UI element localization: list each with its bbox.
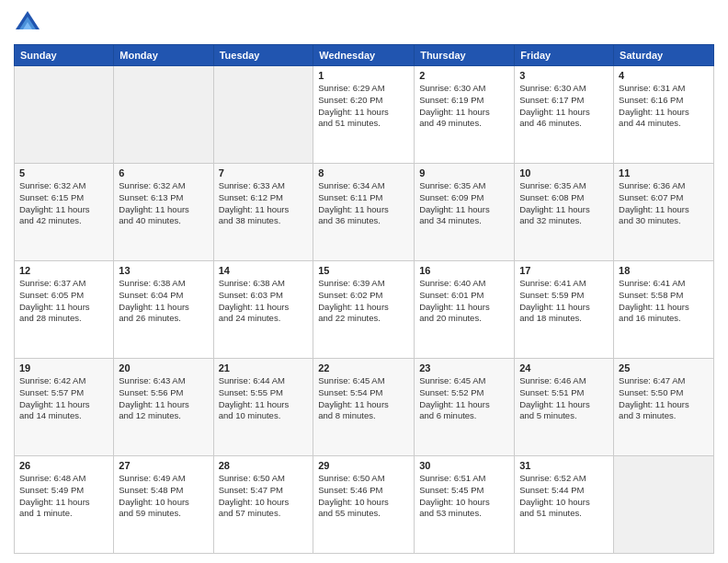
day-detail: Sunrise: 6:46 AM Sunset: 5:51 PM Dayligh… (519, 375, 609, 422)
day-detail: Sunrise: 6:34 AM Sunset: 6:11 PM Dayligh… (318, 180, 409, 227)
calendar-cell: 20Sunrise: 6:43 AM Sunset: 5:56 PM Dayli… (114, 359, 213, 456)
calendar-cell: 31Sunrise: 6:52 AM Sunset: 5:44 PM Dayli… (515, 456, 614, 554)
day-detail: Sunrise: 6:44 AM Sunset: 5:55 PM Dayligh… (219, 375, 309, 422)
calendar-cell: 21Sunrise: 6:44 AM Sunset: 5:55 PM Dayli… (213, 359, 313, 456)
day-number: 22 (318, 362, 409, 373)
day-number: 10 (519, 167, 609, 178)
day-detail: Sunrise: 6:50 AM Sunset: 5:46 PM Dayligh… (318, 473, 409, 520)
day-number: 24 (519, 362, 609, 373)
day-detail: Sunrise: 6:43 AM Sunset: 5:56 PM Dayligh… (119, 375, 208, 422)
week-row-0: 1Sunrise: 6:29 AM Sunset: 6:20 PM Daylig… (15, 66, 714, 164)
day-number: 29 (318, 460, 409, 471)
calendar-cell (114, 66, 213, 164)
calendar-cell: 24Sunrise: 6:46 AM Sunset: 5:51 PM Dayli… (515, 359, 614, 456)
day-number: 31 (519, 460, 609, 471)
day-detail: Sunrise: 6:42 AM Sunset: 5:57 PM Dayligh… (19, 375, 108, 422)
day-number: 28 (219, 460, 309, 471)
calendar-cell (614, 456, 714, 554)
day-detail: Sunrise: 6:33 AM Sunset: 6:12 PM Dayligh… (219, 180, 309, 227)
day-detail: Sunrise: 6:29 AM Sunset: 6:20 PM Dayligh… (318, 83, 409, 130)
day-detail: Sunrise: 6:38 AM Sunset: 6:03 PM Dayligh… (219, 278, 309, 325)
day-number: 16 (419, 265, 509, 276)
calendar-cell: 1Sunrise: 6:29 AM Sunset: 6:20 PM Daylig… (313, 66, 415, 164)
day-detail: Sunrise: 6:45 AM Sunset: 5:54 PM Dayligh… (318, 375, 409, 422)
day-number: 8 (318, 167, 409, 178)
day-detail: Sunrise: 6:32 AM Sunset: 6:13 PM Dayligh… (119, 180, 208, 227)
day-detail: Sunrise: 6:41 AM Sunset: 5:58 PM Dayligh… (619, 278, 709, 325)
calendar-cell: 8Sunrise: 6:34 AM Sunset: 6:11 PM Daylig… (313, 164, 415, 261)
day-number: 27 (119, 460, 208, 471)
day-detail: Sunrise: 6:47 AM Sunset: 5:50 PM Dayligh… (619, 375, 709, 422)
day-detail: Sunrise: 6:35 AM Sunset: 6:09 PM Dayligh… (419, 180, 509, 227)
calendar-cell: 6Sunrise: 6:32 AM Sunset: 6:13 PM Daylig… (114, 164, 213, 261)
calendar-cell: 5Sunrise: 6:32 AM Sunset: 6:15 PM Daylig… (15, 164, 114, 261)
calendar-cell: 29Sunrise: 6:50 AM Sunset: 5:46 PM Dayli… (313, 456, 415, 554)
day-detail: Sunrise: 6:40 AM Sunset: 6:01 PM Dayligh… (419, 278, 509, 325)
header (14, 9, 714, 37)
day-number: 6 (119, 167, 208, 178)
day-number: 5 (19, 167, 108, 178)
calendar-cell: 23Sunrise: 6:45 AM Sunset: 5:52 PM Dayli… (415, 359, 515, 456)
day-detail: Sunrise: 6:35 AM Sunset: 6:08 PM Dayligh… (519, 180, 609, 227)
calendar-cell: 4Sunrise: 6:31 AM Sunset: 6:16 PM Daylig… (614, 66, 714, 164)
day-header-monday: Monday (114, 45, 213, 66)
day-header-thursday: Thursday (415, 45, 515, 66)
day-detail: Sunrise: 6:37 AM Sunset: 6:05 PM Dayligh… (19, 278, 108, 325)
calendar-cell: 11Sunrise: 6:36 AM Sunset: 6:07 PM Dayli… (614, 164, 714, 261)
day-number: 14 (219, 265, 309, 276)
day-number: 17 (519, 265, 609, 276)
logo (14, 9, 45, 37)
day-number: 18 (619, 265, 709, 276)
calendar-cell: 9Sunrise: 6:35 AM Sunset: 6:09 PM Daylig… (415, 164, 515, 261)
calendar-cell: 17Sunrise: 6:41 AM Sunset: 5:59 PM Dayli… (515, 261, 614, 359)
day-detail: Sunrise: 6:36 AM Sunset: 6:07 PM Dayligh… (619, 180, 709, 227)
calendar-body: 1Sunrise: 6:29 AM Sunset: 6:20 PM Daylig… (15, 66, 714, 554)
calendar-cell: 26Sunrise: 6:48 AM Sunset: 5:49 PM Dayli… (15, 456, 114, 554)
week-row-3: 19Sunrise: 6:42 AM Sunset: 5:57 PM Dayli… (15, 359, 714, 456)
day-detail: Sunrise: 6:49 AM Sunset: 5:48 PM Dayligh… (119, 473, 208, 520)
day-header-friday: Friday (515, 45, 614, 66)
calendar-cell: 10Sunrise: 6:35 AM Sunset: 6:08 PM Dayli… (515, 164, 614, 261)
day-header-sunday: Sunday (15, 45, 114, 66)
day-detail: Sunrise: 6:45 AM Sunset: 5:52 PM Dayligh… (419, 375, 509, 422)
day-number: 26 (19, 460, 108, 471)
day-number: 19 (19, 362, 108, 373)
week-row-4: 26Sunrise: 6:48 AM Sunset: 5:49 PM Dayli… (15, 456, 714, 554)
day-detail: Sunrise: 6:38 AM Sunset: 6:04 PM Dayligh… (119, 278, 208, 325)
calendar-cell: 22Sunrise: 6:45 AM Sunset: 5:54 PM Dayli… (313, 359, 415, 456)
calendar-cell: 2Sunrise: 6:30 AM Sunset: 6:19 PM Daylig… (415, 66, 515, 164)
calendar-cell: 12Sunrise: 6:37 AM Sunset: 6:05 PM Dayli… (15, 261, 114, 359)
calendar-cell: 7Sunrise: 6:33 AM Sunset: 6:12 PM Daylig… (213, 164, 313, 261)
calendar-cell: 18Sunrise: 6:41 AM Sunset: 5:58 PM Dayli… (614, 261, 714, 359)
day-header-wednesday: Wednesday (313, 45, 415, 66)
day-number: 11 (619, 167, 709, 178)
day-detail: Sunrise: 6:31 AM Sunset: 6:16 PM Dayligh… (619, 83, 709, 130)
day-number: 3 (519, 70, 609, 81)
day-detail: Sunrise: 6:41 AM Sunset: 5:59 PM Dayligh… (519, 278, 609, 325)
page: SundayMondayTuesdayWednesdayThursdayFrid… (0, 0, 728, 563)
week-row-2: 12Sunrise: 6:37 AM Sunset: 6:05 PM Dayli… (15, 261, 714, 359)
day-number: 30 (419, 460, 509, 471)
day-number: 9 (419, 167, 509, 178)
calendar-cell: 19Sunrise: 6:42 AM Sunset: 5:57 PM Dayli… (15, 359, 114, 456)
calendar-cell (15, 66, 114, 164)
day-detail: Sunrise: 6:51 AM Sunset: 5:45 PM Dayligh… (419, 473, 509, 520)
day-detail: Sunrise: 6:39 AM Sunset: 6:02 PM Dayligh… (318, 278, 409, 325)
day-header-tuesday: Tuesday (213, 45, 313, 66)
calendar-cell: 13Sunrise: 6:38 AM Sunset: 6:04 PM Dayli… (114, 261, 213, 359)
day-number: 13 (119, 265, 208, 276)
day-number: 21 (219, 362, 309, 373)
calendar-cell: 27Sunrise: 6:49 AM Sunset: 5:48 PM Dayli… (114, 456, 213, 554)
day-number: 23 (419, 362, 509, 373)
day-number: 2 (419, 70, 509, 81)
day-detail: Sunrise: 6:52 AM Sunset: 5:44 PM Dayligh… (519, 473, 609, 520)
day-number: 25 (619, 362, 709, 373)
calendar: SundayMondayTuesdayWednesdayThursdayFrid… (14, 44, 714, 554)
calendar-cell: 3Sunrise: 6:30 AM Sunset: 6:17 PM Daylig… (515, 66, 614, 164)
calendar-cell: 16Sunrise: 6:40 AM Sunset: 6:01 PM Dayli… (415, 261, 515, 359)
week-row-1: 5Sunrise: 6:32 AM Sunset: 6:15 PM Daylig… (15, 164, 714, 261)
calendar-cell (213, 66, 313, 164)
day-detail: Sunrise: 6:30 AM Sunset: 6:17 PM Dayligh… (519, 83, 609, 130)
day-number: 4 (619, 70, 709, 81)
calendar-header: SundayMondayTuesdayWednesdayThursdayFrid… (15, 45, 714, 66)
